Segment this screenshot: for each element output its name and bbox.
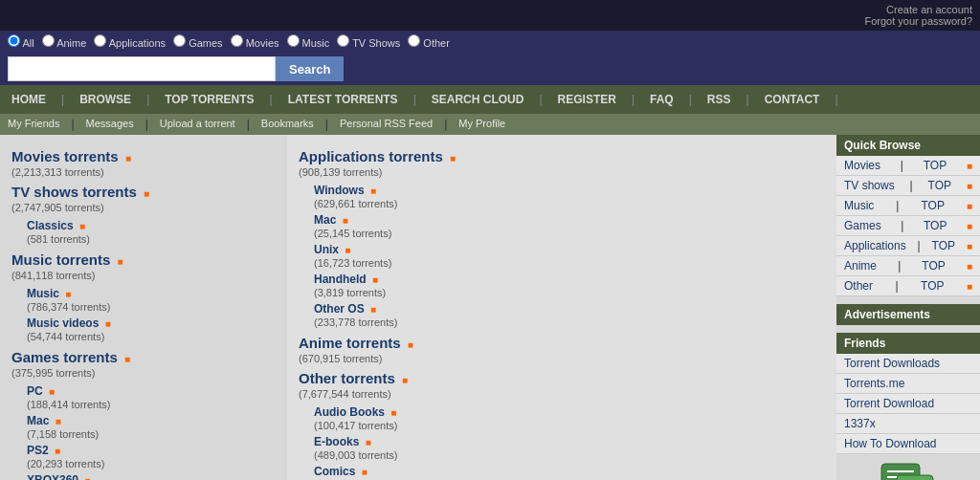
radio-applications[interactable]: Applications	[94, 34, 166, 49]
radio-games[interactable]: Games	[173, 34, 223, 49]
mac-apps-link[interactable]: Mac	[314, 213, 336, 227]
radio-other[interactable]: Other	[408, 34, 450, 49]
anime-link[interactable]: Anime torrents	[299, 335, 401, 351]
audiobooks-link[interactable]: Audio Books	[314, 405, 385, 419]
music-videos-link[interactable]: Music videos	[27, 316, 99, 330]
subnav-profile[interactable]: My Profile	[458, 118, 505, 131]
handheld-apps-link[interactable]: Handheld	[314, 273, 367, 286]
tvshows-link[interactable]: TV shows torrents	[11, 184, 137, 200]
mac-games-link[interactable]: Mac	[27, 414, 49, 427]
applications-rss-icon[interactable]: ■	[450, 153, 456, 164]
ps2-rss-icon[interactable]: ■	[55, 446, 60, 456]
friend-how-to-download-link[interactable]: How To Download	[844, 437, 937, 450]
classics-rss-icon[interactable]: ■	[79, 221, 85, 231]
games-link[interactable]: Games torrents	[11, 349, 118, 365]
qb-tvshows-top-link[interactable]: TOP	[928, 179, 951, 192]
other-link[interactable]: Other torrents	[299, 370, 395, 386]
nav-home[interactable]: HOME	[0, 85, 57, 114]
subnav-rss-feed[interactable]: Personal RSS Feed	[340, 118, 433, 131]
qb-music-link[interactable]: Music	[844, 199, 874, 212]
search-input[interactable]	[8, 56, 276, 81]
ps2-link[interactable]: PS2	[27, 444, 49, 457]
qb-anime-link[interactable]: Anime	[844, 259, 877, 273]
classics-link[interactable]: Classics	[27, 219, 74, 232]
unix-link[interactable]: Unix	[314, 243, 339, 256]
nav-search-cloud[interactable]: SEARCH CLOUD	[420, 85, 536, 114]
audiobooks-rss-icon[interactable]: ■	[390, 407, 396, 418]
create-account-link[interactable]: Create an account	[865, 4, 973, 15]
nav-faq[interactable]: FAQ	[638, 85, 685, 114]
radio-all[interactable]: All	[8, 34, 34, 49]
handheld-apps-rss-icon[interactable]: ■	[372, 274, 378, 285]
windows-rss-icon[interactable]: ■	[370, 185, 376, 196]
nav-register[interactable]: REGISTER	[546, 85, 628, 114]
movies-rss-icon[interactable]: ■	[125, 153, 131, 164]
subnav-my-friends[interactable]: My Friends	[8, 118, 59, 131]
windows-count: (629,661 torrents)	[314, 198, 397, 209]
applications-link[interactable]: Applications torrents	[299, 148, 443, 164]
nav-latest-torrents[interactable]: LATEST TORRENTS	[277, 85, 410, 114]
qb-music-rss-icon[interactable]: ■	[967, 201, 972, 211]
radio-movies[interactable]: Movies	[231, 34, 279, 49]
search-button[interactable]: Search	[276, 56, 344, 81]
windows-item: Windows ■ (629,661 torrents)	[314, 184, 825, 210]
qb-tvshows-rss-icon[interactable]: ■	[967, 181, 972, 191]
friend-torrent-downloads-link[interactable]: Torrent Downloads	[844, 357, 940, 370]
qb-applications-link[interactable]: Applications	[844, 239, 906, 252]
qb-anime-rss-icon[interactable]: ■	[967, 261, 972, 272]
friend-torrent-download-link[interactable]: Torrent Download	[844, 397, 934, 410]
friend-torrents-me-link[interactable]: Torrents.me	[844, 377, 904, 390]
music-videos-rss-icon[interactable]: ■	[105, 318, 111, 329]
qb-anime-top-link[interactable]: TOP	[922, 259, 945, 273]
radio-music[interactable]: Music	[287, 34, 330, 49]
ebooks-link[interactable]: E-books	[314, 435, 359, 448]
radio-tvshows[interactable]: TV Shows	[337, 34, 400, 49]
pc-rss-icon[interactable]: ■	[49, 386, 55, 397]
xbox360-rss-icon[interactable]: ■	[84, 475, 90, 480]
mac-games-rss-icon[interactable]: ■	[56, 416, 61, 426]
qb-games-top-link[interactable]: TOP	[924, 219, 947, 232]
qb-games-link[interactable]: Games	[844, 219, 881, 232]
music-sub-link[interactable]: Music	[27, 287, 59, 300]
qb-applications-top-link[interactable]: TOP	[932, 239, 955, 252]
movies-link[interactable]: Movies torrents	[11, 148, 119, 164]
subnav-bookmarks[interactable]: Bookmarks	[261, 118, 314, 131]
qb-movies-rss-icon[interactable]: ■	[967, 161, 972, 171]
xbox360-link[interactable]: XBOX360	[27, 473, 78, 480]
other-rss-icon[interactable]: ■	[402, 375, 408, 385]
qb-movies-link[interactable]: Movies	[844, 159, 880, 172]
qb-movies-top-link[interactable]: TOP	[924, 159, 947, 172]
windows-link[interactable]: Windows	[314, 184, 365, 197]
qb-tvshows-link[interactable]: TV shows	[844, 179, 895, 192]
ebooks-rss-icon[interactable]: ■	[366, 437, 371, 447]
qb-music-top-link[interactable]: TOP	[921, 199, 944, 212]
music-sub-rss-icon[interactable]: ■	[65, 289, 71, 299]
radio-anime[interactable]: Anime	[42, 34, 87, 49]
mac-apps-rss-icon[interactable]: ■	[343, 215, 348, 226]
nav-browse[interactable]: BROWSE	[68, 85, 143, 114]
music-rss-icon[interactable]: ■	[118, 256, 123, 267]
nav-top-torrents[interactable]: TOP TORRENTS	[153, 85, 265, 114]
otheros-link[interactable]: Other OS	[314, 302, 365, 316]
qb-other-link[interactable]: Other	[844, 279, 873, 293]
anime-rss-icon[interactable]: ■	[408, 339, 413, 350]
qb-games-rss-icon[interactable]: ■	[967, 221, 972, 231]
nav-contact[interactable]: CONTACT	[753, 85, 832, 114]
forgot-password-link[interactable]: Forgot your password?	[865, 15, 973, 27]
subnav-messages[interactable]: Messages	[86, 118, 134, 131]
nav-rss[interactable]: RSS	[696, 85, 743, 114]
unix-rss-icon[interactable]: ■	[345, 245, 350, 255]
comics-link[interactable]: Comics	[314, 465, 355, 478]
comics-rss-icon[interactable]: ■	[362, 467, 368, 477]
games-rss-icon[interactable]: ■	[124, 354, 130, 364]
subnav-upload[interactable]: Upload a torrent	[160, 118, 235, 131]
qb-applications-rss-icon[interactable]: ■	[967, 241, 972, 251]
qb-other-rss-icon[interactable]: ■	[967, 281, 972, 292]
anime-title: Anime torrents ■	[299, 335, 825, 351]
friend-1337x-link[interactable]: 1337x	[844, 417, 876, 430]
music-link[interactable]: Music torrents	[11, 251, 110, 268]
otheros-rss-icon[interactable]: ■	[370, 304, 376, 315]
qb-other-top-link[interactable]: TOP	[921, 279, 944, 293]
pc-link[interactable]: PC	[27, 384, 43, 398]
tvshows-rss-icon[interactable]: ■	[144, 188, 149, 199]
